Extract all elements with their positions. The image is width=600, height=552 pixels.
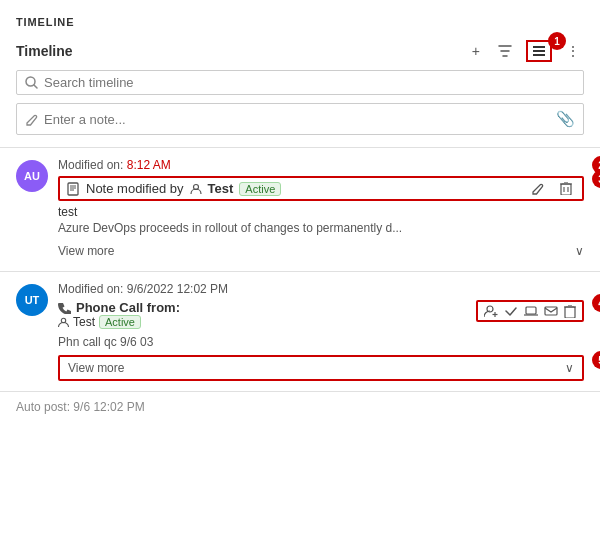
delete-note-button[interactable] — [556, 180, 576, 197]
svg-rect-19 — [526, 307, 536, 314]
user-name-2: Test — [73, 315, 95, 329]
svg-rect-22 — [565, 307, 575, 318]
phone-actions — [476, 300, 584, 322]
search-icon — [25, 76, 38, 89]
avatar-ut: UT — [16, 284, 48, 316]
attach-icon: 📎 — [556, 110, 575, 128]
phone-icon — [58, 301, 71, 314]
check-icon[interactable] — [504, 304, 518, 318]
modified-time-1: 8:12 AM — [127, 158, 171, 172]
svg-rect-0 — [533, 46, 545, 48]
avatar-au: AU — [16, 160, 48, 192]
phone-call-row: Phone Call from: Test Active — [58, 300, 584, 331]
svg-rect-2 — [533, 54, 545, 56]
svg-rect-5 — [68, 183, 78, 195]
user-icon-1 — [190, 183, 202, 195]
timeline-header-label: Timeline — [16, 43, 73, 59]
timeline-header-actions: + 1 ⋮ — [468, 40, 584, 62]
view-more-2[interactable]: View more ∨ — [58, 355, 584, 381]
timeline-header: Timeline + 1 ⋮ — [0, 36, 600, 70]
phone-from-row: Test Active — [58, 315, 476, 329]
list-view-button-wrapper: 1 — [526, 40, 552, 62]
modified-on-1: Modified on: 8:12 AM — [58, 158, 584, 172]
email-icon[interactable] — [544, 304, 558, 318]
item1-content: Modified on: 8:12 AM Note modified by — [58, 158, 584, 261]
section-title: TIMELINE — [0, 16, 600, 36]
timeline-items: 2 AU Modified on: 8:12 AM — [0, 147, 600, 422]
view-more-1[interactable]: View more ∨ — [58, 241, 584, 261]
note-modified-label: Note modified by — [86, 181, 184, 196]
list-view-badge: 1 — [548, 32, 566, 50]
note-row-actions — [527, 180, 576, 197]
svg-rect-1 — [533, 50, 545, 52]
item2-badge4: 4 — [592, 294, 600, 312]
timeline-item-2: UT Modified on: 9/6/2022 12:02 PM Phone … — [0, 271, 600, 391]
timeline-item-1: 2 AU Modified on: 8:12 AM — [0, 147, 600, 271]
modified-on-2: Modified on: 9/6/2022 12:02 PM — [58, 282, 584, 296]
svg-rect-10 — [561, 184, 571, 195]
note-body-1: test — [58, 205, 584, 219]
edit-note-button[interactable] — [527, 180, 548, 197]
note-modified-row: Note modified by Test Active — [58, 176, 584, 201]
svg-line-4 — [34, 85, 37, 88]
note-input-box: 📎 — [16, 103, 584, 135]
item2-content: Modified on: 9/6/2022 12:02 PM Phone Cal… — [58, 282, 584, 381]
item2-badge5: 5 — [592, 351, 600, 369]
page-container: TIMELINE Timeline + 1 — [0, 0, 600, 422]
status-badge-1: Active — [239, 182, 281, 196]
note-desc-1: Azure DevOps proceeds in rollout of chan… — [58, 221, 584, 235]
phone-call-label: Phone Call from: — [58, 300, 476, 315]
laptop-icon[interactable] — [524, 304, 538, 318]
svg-rect-21 — [545, 307, 557, 315]
phn-call-text: Phn call qc 9/6 03 — [58, 335, 584, 349]
assign-icon[interactable] — [484, 304, 498, 318]
pencil-icon — [25, 113, 38, 126]
item1-badge3: 3 — [592, 170, 600, 188]
filter-button[interactable] — [494, 42, 516, 60]
auto-post-row: Auto post: 9/6 12:02 PM — [0, 391, 600, 422]
status-badge-2: Active — [99, 315, 141, 329]
user-name-1: Test — [208, 181, 234, 196]
delete-phone-button[interactable] — [564, 305, 576, 318]
note-input[interactable] — [44, 112, 550, 127]
add-button[interactable]: + — [468, 41, 484, 61]
search-box — [16, 70, 584, 95]
search-input[interactable] — [44, 75, 575, 90]
note-icon — [66, 182, 80, 196]
user-icon-2 — [58, 317, 69, 328]
